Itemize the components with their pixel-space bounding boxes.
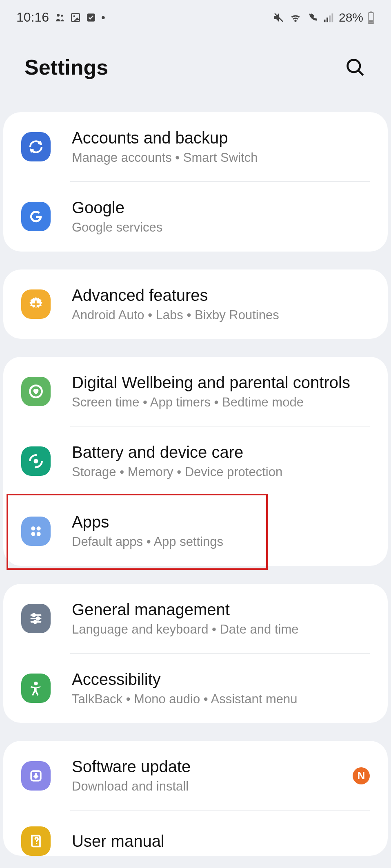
svg-point-13 [348,60,360,72]
plus-badge-icon [21,289,51,319]
item-text: Software update Download and install [72,756,353,795]
svg-rect-6 [324,20,326,22]
search-icon [344,57,366,78]
sync-icon [21,132,51,161]
item-title: Accounts and backup [72,128,370,148]
item-text: Battery and device care Storage • Memory… [72,442,370,480]
svg-point-31 [36,843,37,844]
svg-point-3 [73,15,75,17]
item-text: General management Language and keyboard… [72,599,370,638]
item-subtitle: Storage • Memory • Device protection [72,464,370,480]
settings-item-digital-wellbeing[interactable]: Digital Wellbeing and parental controls … [3,357,388,426]
item-text: Digital Wellbeing and parental controls … [72,372,370,411]
book-help-icon [21,826,51,856]
item-subtitle: Google services [72,219,370,236]
google-icon [21,202,51,231]
svg-point-21 [31,532,35,536]
status-left: 10:16 • [16,10,105,25]
item-subtitle: Manage accounts • Smart Switch [72,150,370,166]
svg-point-28 [34,621,37,623]
gallery-icon [70,12,81,23]
checkbox-icon [86,12,96,23]
item-text: Accessibility TalkBack • Mono audio • As… [72,669,370,707]
care-icon [21,446,51,476]
wifi-icon [289,11,302,24]
item-text: Accounts and backup Manage accounts • Sm… [72,128,370,166]
item-title: Digital Wellbeing and parental controls [72,372,370,393]
svg-point-22 [37,532,41,536]
settings-group: Software update Download and install N U… [3,741,388,855]
svg-point-0 [57,13,60,16]
svg-point-29 [34,682,38,685]
svg-rect-9 [331,13,333,22]
item-title: Advanced features [72,285,370,305]
page-title: Settings [24,55,108,80]
settings-item-advanced-features[interactable]: Advanced features Android Auto • Labs • … [3,269,388,339]
item-title: Accessibility [72,669,370,689]
settings-item-battery-device-care[interactable]: Battery and device care Storage • Memory… [3,426,388,496]
settings-item-google[interactable]: Google Google services [3,182,388,251]
settings-group: Accounts and backup Manage accounts • Sm… [3,112,388,252]
settings-item-software-update[interactable]: Software update Download and install N [3,741,388,810]
svg-point-27 [37,617,40,620]
svg-point-26 [33,614,36,616]
svg-line-14 [359,71,363,75]
item-text: User manual [72,831,370,851]
item-title: Battery and device care [72,442,370,462]
search-button[interactable] [344,56,367,79]
battery-percent: 28% [339,11,363,24]
settings-group: Digital Wellbeing and parental controls … [3,357,388,566]
item-subtitle: Download and install [72,778,353,795]
sliders-icon [21,604,51,633]
item-subtitle: Default apps • App settings [72,534,370,550]
update-badge: N [353,767,370,784]
item-title: Software update [72,756,353,777]
dot-icon: • [101,11,105,24]
battery-icon [367,11,375,24]
item-title: General management [72,599,370,620]
svg-rect-12 [369,20,373,22]
svg-rect-16 [32,303,40,305]
settings-item-user-manual[interactable]: User manual [3,811,388,856]
svg-point-19 [31,526,35,530]
download-circle-icon [21,761,51,791]
signal-icon [322,11,335,24]
apps-grid-icon [21,517,51,546]
header: Settings [0,35,391,112]
svg-rect-11 [370,11,372,13]
item-title: User manual [72,831,370,851]
status-bar: 10:16 • 28% [0,0,391,35]
settings-item-general-management[interactable]: General management Language and keyboard… [3,584,388,653]
svg-point-20 [37,526,41,530]
item-title: Apps [72,512,370,532]
teams-icon [54,12,65,23]
svg-rect-8 [329,15,331,22]
accessibility-person-icon [21,674,51,703]
item-text: Google Google services [72,197,370,236]
settings-item-apps[interactable]: Apps Default apps • App settings [3,496,388,565]
item-text: Apps Default apps • App settings [72,512,370,550]
svg-rect-7 [327,18,328,22]
heart-ring-icon [21,377,51,406]
svg-point-18 [34,459,38,464]
settings-group: General management Language and keyboard… [3,584,388,723]
settings-group: Advanced features Android Auto • Labs • … [3,269,388,339]
settings-item-accounts-backup[interactable]: Accounts and backup Manage accounts • Sm… [3,112,388,181]
item-subtitle: Android Auto • Labs • Bixby Routines [72,307,370,323]
mute-vibrate-icon [273,11,285,24]
item-subtitle: Screen time • App timers • Bedtime mode [72,394,370,411]
item-text: Advanced features Android Auto • Labs • … [72,285,370,323]
status-right: 28% [273,11,375,24]
item-subtitle: TalkBack • Mono audio • Assistant menu [72,691,370,707]
svg-point-1 [61,14,63,16]
status-time: 10:16 [16,10,49,25]
item-title: Google [72,197,370,218]
volte-icon [306,11,318,24]
item-subtitle: Language and keyboard • Date and time [72,621,370,638]
settings-item-accessibility[interactable]: Accessibility TalkBack • Mono audio • As… [3,654,388,723]
